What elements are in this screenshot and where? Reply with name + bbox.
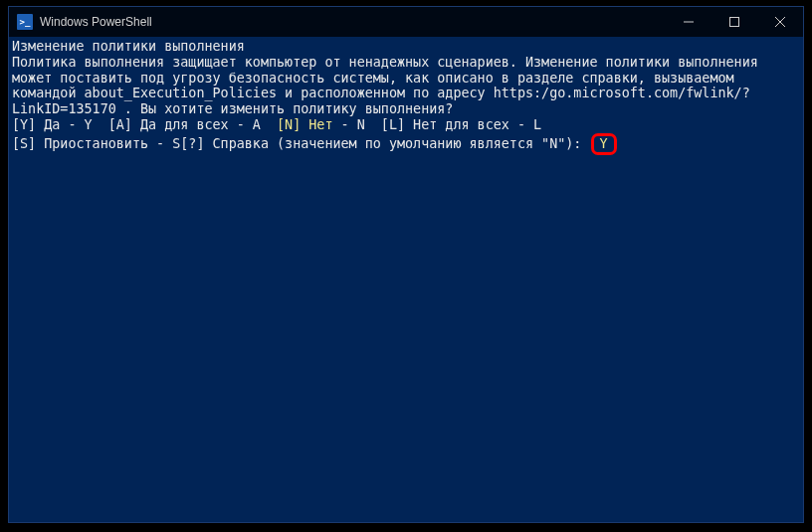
svg-line-2	[775, 17, 785, 27]
powershell-icon: >_	[17, 14, 33, 30]
terminal-options-line: [Y] Да - Y [A] Да для всех - A [N] Нет -…	[12, 117, 800, 133]
opts-pre: [Y] Да - Y [A] Да для всех - A	[12, 117, 277, 132]
prompt-text: [S] Приостановить - S[?] Справка (значен…	[12, 136, 589, 151]
terminal-body: Политика выполнения защищает компьютер о…	[12, 55, 800, 117]
terminal-heading: Изменение политики выполнения	[12, 39, 800, 55]
opts-post: - N [L] Нет для всех - L	[332, 117, 541, 132]
terminal-prompt-line: [S] Приостановить - S[?] Справка (значен…	[12, 133, 800, 155]
svg-line-3	[775, 17, 785, 27]
terminal[interactable]: Изменение политики выполненияПолитика вы…	[9, 37, 803, 522]
opts-highlight: [N] Нет	[277, 117, 332, 132]
powershell-window: >_ Windows PowerShell Изменение политики…	[8, 6, 804, 523]
minimize-button[interactable]	[666, 7, 711, 37]
titlebar[interactable]: >_ Windows PowerShell	[9, 7, 803, 37]
user-input[interactable]: Y	[591, 133, 616, 155]
maximize-button[interactable]	[711, 7, 757, 37]
window-title: Windows PowerShell	[40, 15, 152, 29]
title-left: >_ Windows PowerShell	[9, 14, 152, 30]
close-button[interactable]	[757, 7, 803, 37]
svg-rect-1	[730, 18, 739, 27]
window-controls	[666, 7, 803, 37]
